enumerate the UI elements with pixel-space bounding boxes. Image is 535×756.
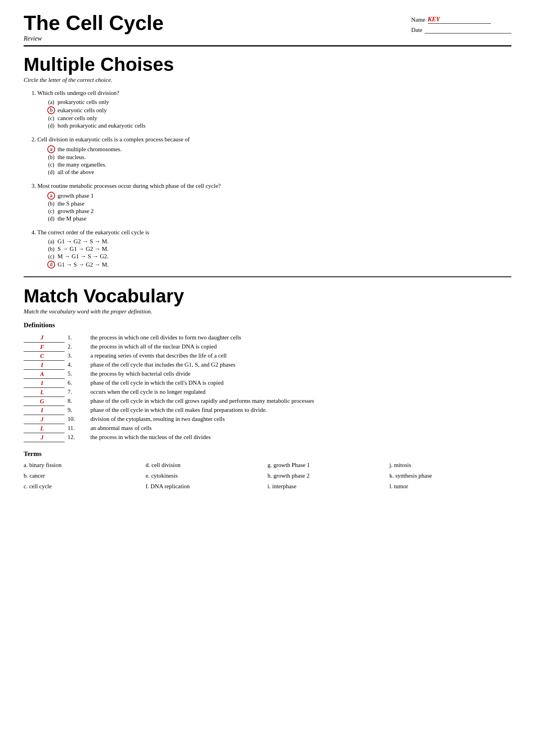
vocab-section-title: Match Vocabulary [24, 285, 511, 307]
definition-text: the process in which all of the nuclear … [90, 342, 511, 351]
choice-text: the S phase [58, 200, 84, 207]
choices-list: (a)G1 → G2 → S → M.(b)S → G1 → G2 → M.(c… [32, 238, 511, 269]
choice-label: (b) [47, 246, 55, 252]
question-item: 3. Most routine metabolic processes occu… [32, 183, 511, 222]
definition-row: I6.phase of the cell cycle in which the … [24, 378, 511, 387]
definition-number: 4. [65, 360, 91, 369]
definition-text: the process by which bacterial cells div… [90, 369, 511, 378]
circled-choice-label: a [47, 192, 55, 200]
choice-label: (d) [47, 216, 55, 222]
choice-text: growth phase 2 [58, 208, 94, 215]
definition-text: phase of the cell cycle in which the cel… [90, 397, 511, 406]
question-text: 3. Most routine metabolic processes occu… [32, 183, 511, 189]
date-line [425, 27, 511, 33]
definition-number: 1. [65, 333, 91, 342]
choice-text: S → G1 → G2 → M. [58, 246, 109, 252]
choice-text: G1 → S → G2 → M. [58, 261, 109, 268]
definition-number: 9. [65, 406, 91, 415]
term-item: k. synthesis phase [390, 472, 512, 481]
choices-list: athe multiple chromosomes.(b)the nucleus… [32, 145, 511, 176]
term-item: g. growth Phase 1 [268, 462, 390, 470]
mc-section-title: Multiple Choises [24, 54, 511, 75]
page-title: The Cell Cycle [24, 12, 163, 34]
choice-label: (c) [47, 162, 55, 168]
definition-text: occurs when the cell cycle is no longer … [90, 387, 511, 397]
question-item: 2. Cell division in eukaryotic cells is … [32, 136, 511, 176]
definition-answer: I [24, 378, 65, 387]
definition-row: L11.an abnormal mass of cells [24, 424, 511, 433]
definition-answer: F [24, 342, 65, 351]
choice-label: (a) [47, 99, 55, 106]
definition-number: 6. [65, 378, 91, 387]
choice-text: prokaryotic cells only [58, 99, 109, 106]
definition-answer: L [24, 424, 65, 433]
definition-answer: J [24, 433, 65, 442]
term-item: c. cell cycle [24, 483, 146, 491]
date-label: Date [411, 27, 422, 33]
definition-answer: G [24, 397, 65, 406]
name-label: Name [411, 17, 425, 23]
definition-row: G8.phase of the cell cycle in which the … [24, 397, 511, 406]
header-left: The Cell Cycle Review [24, 12, 163, 42]
choices-list: (a)prokaryotic cells onlybeukaryotic cel… [32, 99, 511, 129]
choice-label: (b) [47, 201, 55, 207]
choice-item: (b)the S phase [47, 200, 511, 207]
term-item: h. growth phase 2 [268, 472, 390, 481]
definition-number: 11. [65, 424, 91, 433]
choices-list: agrowth phase 1(b)the S phase(c)growth p… [32, 192, 511, 222]
choice-text: all of the above [58, 169, 94, 176]
circled-choice-label: b [47, 106, 55, 114]
definition-text: phase of the cell cycle that includes th… [90, 360, 511, 369]
choice-text: both prokaryotic and eukaryotic cells [58, 122, 145, 129]
choice-item: (c)growth phase 2 [47, 208, 511, 215]
definitions-title: Definitions [24, 321, 511, 329]
choice-item: (c)cancer cells only [47, 115, 511, 122]
definition-number: 2. [65, 342, 91, 351]
choice-text: eukaryotic cells only [58, 107, 107, 114]
definition-number: 5. [65, 369, 91, 378]
choice-item: (b)S → G1 → G2 → M. [47, 246, 511, 252]
mc-instruction: Circle the letter of the correct choice. [24, 77, 511, 83]
choice-text: G1 → G2 → S → M. [58, 238, 109, 245]
definition-number: 7. [65, 387, 91, 397]
definitions-table: J1.the process in which one cell divides… [24, 333, 511, 442]
definition-number: 3. [65, 351, 91, 360]
header-right: Name KEY Date [411, 16, 511, 33]
choice-text: the many organelles. [58, 161, 106, 168]
definition-answer: L [24, 387, 65, 397]
definition-text: an abnormal mass of cells [90, 424, 511, 433]
date-field-row: Date [411, 27, 511, 33]
choice-label: (b) [47, 154, 55, 161]
question-text: 2. Cell division in eukaryotic cells is … [32, 136, 511, 143]
definition-text: the process in which the nucleus of the … [90, 433, 511, 442]
definition-answer: I [24, 406, 65, 415]
choice-item: athe multiple chromosomes. [47, 145, 511, 153]
definition-row: C3.a repeating series of events that des… [24, 351, 511, 360]
terms-grid: a. binary fissiond. cell divisiong. grow… [24, 462, 511, 491]
definition-text: division of the cytoplasm, resulting in … [90, 415, 511, 424]
name-field-row: Name KEY [411, 16, 511, 24]
definition-answer: A [24, 369, 65, 378]
choice-item: (c)M → G1 → S → G2. [47, 253, 511, 260]
definition-answer: J [24, 333, 65, 342]
choice-item: (a)prokaryotic cells only [47, 99, 511, 106]
definition-row: J12.the process in which the nucleus of … [24, 433, 511, 442]
definition-row: A5.the process by which bacterial cells … [24, 369, 511, 378]
definition-row: J1.the process in which one cell divides… [24, 333, 511, 342]
circled-choice-label: d [47, 261, 55, 269]
term-item: i. interphase [268, 483, 390, 491]
definition-text: the process in which one cell divides to… [90, 333, 511, 342]
page-header: The Cell Cycle Review Name KEY Date [24, 12, 511, 46]
definition-text: phase of the cell cycle in which the cel… [90, 406, 511, 415]
choice-item: (d)both prokaryotic and eukaryotic cells [47, 122, 511, 129]
definition-row: L7.occurs when the cell cycle is no long… [24, 387, 511, 397]
term-item: j. mitosis [390, 462, 512, 470]
choice-item: beukaryotic cells only [47, 106, 511, 114]
choice-item: agrowth phase 1 [47, 192, 511, 200]
choice-text: cancer cells only [58, 115, 97, 122]
choice-label: (c) [47, 254, 55, 260]
choice-text: growth phase 1 [58, 193, 94, 199]
definition-answer: I [24, 360, 65, 369]
definition-text: phase of the cell cycle in which the cel… [90, 378, 511, 387]
term-item: b. cancer [24, 472, 146, 481]
